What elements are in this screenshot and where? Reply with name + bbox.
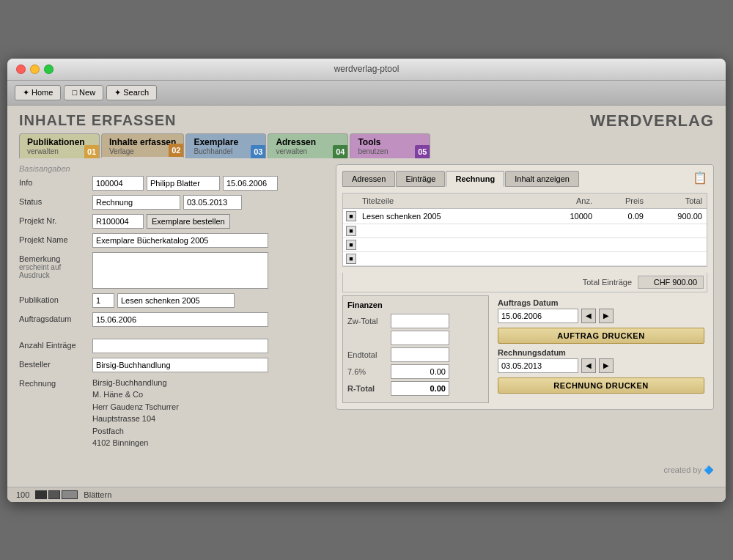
publikation-name-input[interactable] (117, 293, 235, 308)
cell-total-4 (645, 257, 704, 260)
cell-preis-4 (594, 257, 645, 260)
rtotal-input[interactable] (391, 381, 449, 396)
zwtotal-label: Zw-Total (347, 317, 388, 325)
bemerkung-label: Bemerkung erscheint auf Ausdruck (19, 252, 92, 279)
rechnung-address: Birsig-Buchhandlung M. Häne & Co Herr Ga… (92, 377, 327, 449)
tab-publikationen[interactable]: Publikationen verwalten 01 (19, 133, 100, 158)
info-name-input[interactable] (147, 176, 220, 191)
status-icons (35, 490, 78, 499)
rtotal-label: R-Total (347, 384, 388, 393)
right-panel-inner: 📋 Adressen Einträge Rechnung Inhalt anze… (336, 164, 714, 410)
minimize-button[interactable] (30, 65, 40, 74)
publikation-label: Publikation (19, 293, 92, 304)
zwtotal-input[interactable] (391, 314, 449, 328)
tab-inhalt-anzeigen-rp[interactable]: Inhalt anzeigen (505, 171, 579, 187)
data-table: Titelzeile Anz. Preis Total ■ Lesen sche… (342, 193, 707, 267)
auftragsdatum-nav-button[interactable]: ▶ (599, 309, 614, 323)
col-total: Total (645, 195, 704, 207)
maximize-button[interactable] (44, 65, 54, 74)
anzahl-row: Anzahl Einträge (19, 339, 327, 353)
basisangaben-label: Basisangaben (19, 164, 327, 173)
besteller-row: Besteller (19, 358, 327, 372)
finanzen-title: Finanzen (347, 301, 484, 309)
projekt-nr-row: Projekt Nr. Exemplare bestellen (19, 214, 327, 229)
cell-total-2 (645, 229, 704, 232)
bottom-bar: 100 Blättern (7, 487, 726, 502)
app-window: werdverlag-ptool ✦ Home □ New ✦ Search I… (7, 59, 726, 502)
info-controls (92, 176, 327, 191)
created-text: created by (664, 465, 701, 474)
row-checkbox-3[interactable]: ■ (346, 240, 356, 250)
row-checkbox-4[interactable]: ■ (346, 254, 356, 264)
bottom-section: Finanzen Zw-Total Endtotal (342, 295, 707, 403)
bemerkung-textarea[interactable] (92, 252, 268, 289)
projekt-nr-input[interactable] (92, 214, 144, 229)
info-id-input[interactable] (92, 176, 144, 191)
cell-anz-2 (535, 229, 594, 232)
projekt-name-input[interactable] (92, 233, 268, 248)
total-row: Total Einträge CHF 900.00 (342, 273, 707, 292)
close-button[interactable] (16, 65, 26, 74)
status-box-2 (48, 490, 60, 499)
tab-adressen-rp[interactable]: Adressen (342, 171, 395, 187)
bemerkung-row: Bemerkung erscheint auf Ausdruck (19, 252, 327, 289)
info-date-input[interactable] (223, 176, 278, 191)
tab-rechnung-rp[interactable]: Rechnung (446, 171, 504, 187)
row-checkbox-1[interactable]: ■ (346, 211, 356, 221)
col-anz: Anz. (535, 195, 594, 207)
bemerkung-controls (92, 252, 327, 289)
endtotal-input[interactable] (391, 347, 449, 362)
rechnungsdatum-input[interactable] (498, 358, 578, 373)
table-header: Titelzeile Anz. Preis Total (343, 194, 707, 209)
tab-inhalte[interactable]: Inhalte erfassen Verlage 02 (101, 133, 184, 158)
projekt-name-row: Projekt Name (19, 233, 327, 248)
status-box-1 (35, 490, 47, 499)
rechnungsdatum-cal-button[interactable]: ◀ (581, 358, 596, 373)
auftragsdatum-controls (92, 312, 327, 327)
info-label: Info (19, 176, 92, 187)
rechnung-row: Rechnung Birsig-Buchhandlung M. Häne & C… (19, 377, 327, 449)
clipboard-icon: 📋 (693, 171, 707, 185)
publikation-id-input[interactable] (92, 293, 114, 308)
search-button[interactable]: ✦ Search (106, 85, 157, 100)
rechnungsdatum-label: Rechnungsdatum (498, 348, 704, 357)
table-row: ■ Lesen schenken 2005 10000 0.09 900.00 (343, 209, 707, 224)
auftragsdatum-cal-button[interactable]: ◀ (581, 309, 596, 323)
line2-row (347, 331, 484, 345)
besteller-input[interactable] (92, 358, 268, 372)
row-checkbox-2[interactable]: ■ (346, 226, 356, 236)
zwtotal-row: Zw-Total (347, 314, 484, 328)
status-date-input[interactable] (183, 195, 242, 210)
besteller-label: Besteller (19, 358, 92, 369)
auftragsdatum-input-rp[interactable] (498, 309, 578, 323)
mwst-input[interactable] (391, 364, 449, 379)
rechnungsdatum-row: ◀ ▶ (498, 358, 704, 373)
created-icon: 🔷 (704, 465, 714, 474)
auftragsdatum-row-rp: ◀ ▶ (498, 309, 704, 323)
projekt-name-label: Projekt Name (19, 233, 92, 244)
endtotal-label: Endtotal (347, 350, 388, 359)
info-row: Info (19, 176, 327, 191)
cell-preis-2 (594, 229, 645, 232)
anzahl-input[interactable] (92, 339, 268, 353)
new-button[interactable]: □ New (64, 85, 103, 100)
exemplare-bestellen-button[interactable]: Exemplare bestellen (147, 214, 230, 229)
window-title: werdverlag-ptool (334, 64, 399, 74)
tab-tools[interactable]: Tools benutzen 05 (350, 133, 430, 158)
rp-tabs: Adressen Einträge Rechnung Inhalt anzeig… (342, 171, 707, 187)
auftrag-drucken-button[interactable]: AUFTRAG DRUCKEN (498, 328, 704, 344)
status-value-input[interactable] (92, 195, 180, 210)
auftrag-box: Auftrags Datum ◀ ▶ AUFTRAG DRUCKEN Rechn… (495, 295, 707, 403)
window-controls (16, 65, 54, 74)
auftragsdatum-input[interactable] (92, 312, 268, 327)
page-number: 100 (16, 490, 29, 499)
rechnungsdatum-nav-button[interactable]: ▶ (599, 358, 614, 373)
tab-exemplare[interactable]: Exemplare Buchhandel 03 (185, 133, 266, 158)
mwst-row: 7.6% (347, 364, 484, 379)
home-button[interactable]: ✦ Home (15, 85, 61, 100)
projekt-nr-label: Projekt Nr. (19, 214, 92, 225)
rechnung-drucken-button[interactable]: RECHNUNG DRUCKEN (498, 377, 704, 394)
tab-adressen[interactable]: Adressen verwalten 04 (268, 133, 348, 158)
line2-input[interactable] (391, 331, 449, 345)
tab-eintraege-rp[interactable]: Einträge (396, 171, 445, 187)
